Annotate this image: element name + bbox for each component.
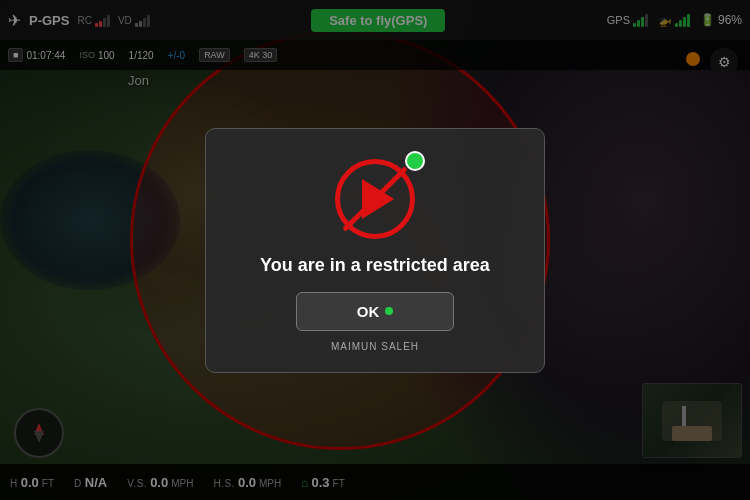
modal-title: You are in a restricted area — [260, 255, 490, 276]
modal-overlay: You are in a restricted area OK MAIMUN S… — [0, 0, 750, 500]
restricted-area-modal: You are in a restricted area OK MAIMUN S… — [205, 128, 545, 373]
ok-label: OK — [357, 303, 380, 320]
ok-dot-icon — [385, 307, 393, 315]
airport-sublabel: MAIMUN SALEH — [331, 341, 419, 352]
ok-button[interactable]: OK — [296, 292, 455, 331]
status-green-dot — [405, 151, 425, 171]
no-fly-icon — [335, 159, 415, 239]
